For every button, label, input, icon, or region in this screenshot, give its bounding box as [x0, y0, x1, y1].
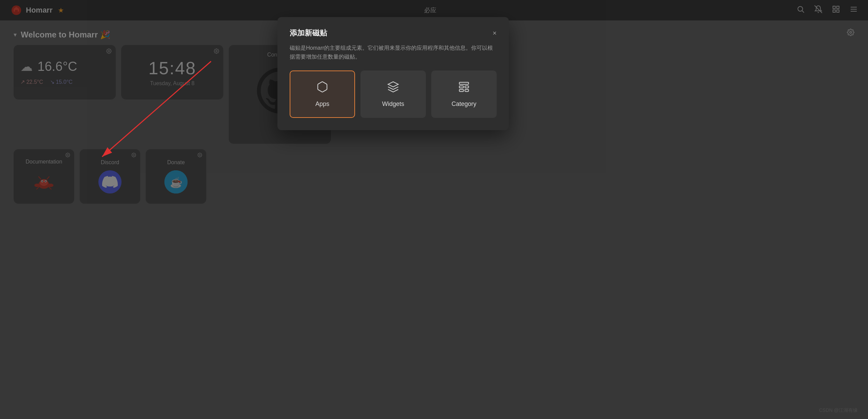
svg-rect-37 — [465, 86, 469, 88]
apps-option-icon — [316, 81, 328, 96]
modal-options: Apps Widgets — [290, 71, 497, 118]
apps-option-label: Apps — [315, 100, 329, 108]
svg-rect-38 — [465, 90, 469, 92]
category-option-icon — [458, 81, 470, 96]
svg-rect-36 — [460, 90, 464, 92]
widgets-option-label: Widgets — [382, 100, 404, 108]
add-tile-modal: 添加新磁贴 × 磁贴是Homarr的主要组成元素。它们被用来显示你的应用程序和其… — [277, 17, 509, 130]
modal-option-apps[interactable]: Apps — [290, 71, 355, 118]
modal-close-button[interactable]: × — [493, 30, 497, 36]
category-option-label: Category — [451, 100, 476, 108]
widgets-option-icon — [387, 81, 399, 96]
modal-description: 磁贴是Homarr的主要组成元素。它们被用来显示你的应用程序和其他信息。你可以根… — [290, 44, 497, 61]
svg-marker-33 — [388, 82, 398, 87]
modal-header: 添加新磁贴 × — [290, 28, 497, 38]
modal-title: 添加新磁贴 — [290, 28, 327, 38]
modal-option-category[interactable]: Category — [431, 71, 497, 118]
svg-rect-34 — [460, 82, 469, 84]
svg-rect-35 — [460, 86, 464, 88]
modal-option-widgets[interactable]: Widgets — [360, 71, 426, 118]
